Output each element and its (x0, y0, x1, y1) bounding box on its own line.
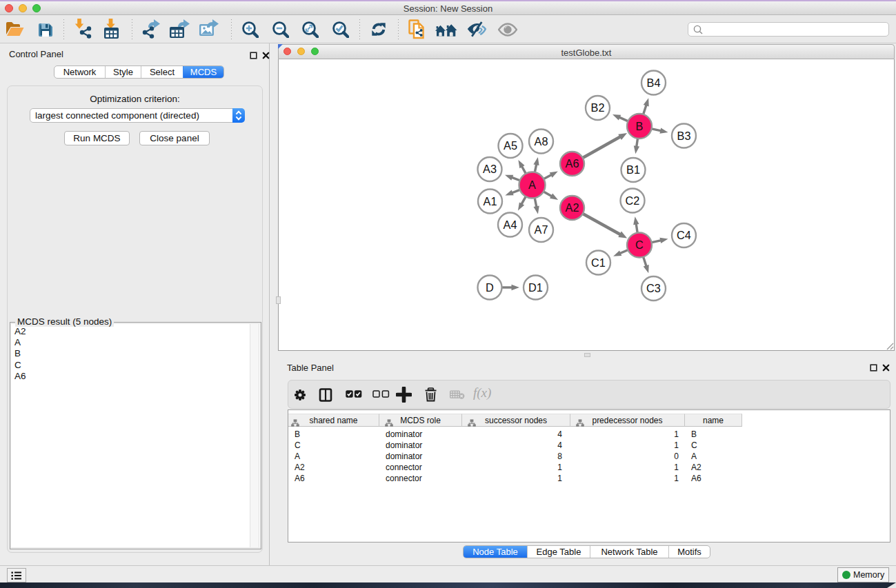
svg-text:A4: A4 (504, 219, 517, 231)
svg-text:A3: A3 (483, 163, 497, 175)
svg-text:D: D (486, 281, 494, 294)
svg-text:B: B (636, 120, 644, 132)
svg-text:A2: A2 (566, 201, 579, 214)
svg-text:B4: B4 (647, 77, 661, 89)
svg-text:A: A (528, 179, 536, 191)
svg-text:C: C (635, 239, 644, 251)
svg-text:B1: B1 (626, 163, 640, 176)
svg-text:B2: B2 (591, 101, 605, 114)
svg-text:A8: A8 (535, 135, 548, 148)
svg-text:A6: A6 (566, 157, 579, 170)
svg-text:A7: A7 (535, 223, 548, 236)
svg-text:C4: C4 (677, 229, 691, 241)
svg-text:B3: B3 (677, 130, 691, 142)
svg-text:A1: A1 (484, 195, 497, 207)
svg-text:C2: C2 (626, 194, 640, 207)
svg-text:C3: C3 (646, 282, 661, 294)
svg-text:C1: C1 (591, 256, 606, 269)
svg-text:D1: D1 (528, 281, 543, 294)
svg-text:A5: A5 (504, 139, 517, 152)
